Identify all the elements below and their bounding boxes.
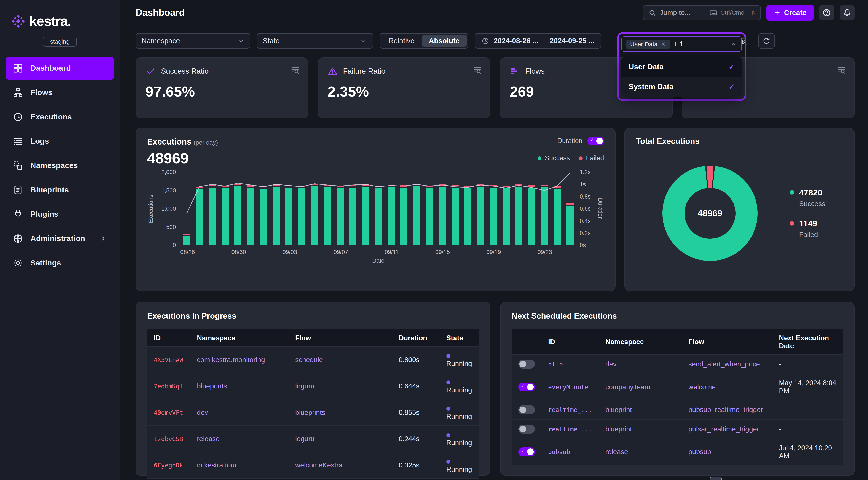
namespace-link[interactable]: dev bbox=[197, 409, 208, 416]
column-header: Duration bbox=[392, 329, 440, 347]
selected-filter-tag[interactable]: User Data ✕ bbox=[626, 39, 670, 49]
trigger-enabled-toggle[interactable] bbox=[518, 383, 535, 391]
success-label: Success bbox=[799, 200, 825, 207]
flow-link[interactable]: welcomeKestra bbox=[295, 461, 343, 469]
sidebar-item-settings[interactable]: Settings bbox=[6, 251, 114, 275]
page-button[interactable]: 5 bbox=[770, 477, 781, 480]
table-search-icon[interactable] bbox=[291, 66, 300, 74]
execution-id-link[interactable]: 40emvVFt bbox=[154, 409, 183, 416]
trigger-id-link[interactable]: realtime_... bbox=[548, 406, 592, 413]
flow-link[interactable]: loguru bbox=[295, 435, 314, 443]
sidebar-item-dashboard[interactable]: Dashboard bbox=[6, 57, 114, 80]
absolute-tab[interactable]: Absolute bbox=[422, 35, 467, 47]
page-button[interactable]: 6 bbox=[784, 477, 797, 480]
namespace-link[interactable]: dev bbox=[606, 360, 617, 368]
sidebar-item-administration[interactable]: Administration bbox=[6, 227, 114, 250]
flow-link[interactable]: loguru bbox=[295, 382, 314, 390]
namespace-link[interactable]: company.team bbox=[606, 383, 650, 391]
failed-label: Failed bbox=[799, 231, 818, 238]
flow-link[interactable]: welcome bbox=[688, 383, 716, 391]
data-filter-option[interactable]: System Data✓ bbox=[621, 77, 742, 97]
flow-link[interactable]: schedule bbox=[295, 356, 323, 363]
bar bbox=[461, 172, 474, 245]
relative-tab[interactable]: Relative bbox=[381, 35, 422, 47]
page-button[interactable]: 3 bbox=[740, 477, 752, 480]
execution-id-link[interactable]: 7edbmKqf bbox=[154, 383, 183, 390]
bar bbox=[321, 172, 334, 245]
plugins-icon bbox=[13, 209, 23, 220]
duration-toggle-label: Duration bbox=[557, 137, 583, 145]
table-search-icon[interactable] bbox=[837, 66, 846, 74]
trigger-row: realtime_...blueprintpubsub_realtime_tri… bbox=[512, 400, 843, 419]
remove-tag-icon[interactable]: ✕ bbox=[661, 41, 666, 48]
sidebar-item-blueprints[interactable]: Blueprints bbox=[6, 178, 114, 201]
page-button[interactable]: 4 bbox=[754, 477, 767, 480]
namespace-filter-select[interactable]: Namespace bbox=[135, 33, 250, 49]
date-start: 2024-08-26 ... bbox=[494, 37, 538, 45]
flow-link[interactable]: send_alert_when_price... bbox=[688, 360, 766, 368]
check-icon bbox=[146, 66, 155, 76]
flow-link[interactable]: pubsub_realtime_trigger bbox=[688, 406, 763, 413]
sidebar-item-flows[interactable]: Flows bbox=[6, 81, 114, 104]
donut-legend: 47820Success 1149Failed bbox=[790, 187, 825, 239]
trigger-enabled-toggle[interactable] bbox=[518, 425, 535, 434]
trigger-enabled-toggle[interactable] bbox=[518, 405, 535, 414]
bar bbox=[385, 172, 398, 245]
namespaces-icon bbox=[13, 160, 23, 171]
donut-center-value: 48969 bbox=[662, 166, 757, 261]
trigger-id-link[interactable]: http bbox=[548, 361, 563, 368]
bar bbox=[551, 172, 563, 245]
trigger-id-link[interactable]: pubsub bbox=[548, 448, 570, 456]
create-button[interactable]: Create bbox=[767, 5, 814, 21]
execution-id-link[interactable]: 6FyeghDk bbox=[154, 462, 183, 469]
sidebar-item-namespaces[interactable]: Namespaces bbox=[6, 154, 114, 178]
trigger-enabled-toggle[interactable] bbox=[518, 360, 535, 369]
execution-row: 1zobvCSBreleaseloguru0.244sRunning bbox=[147, 425, 479, 452]
state-filter-select[interactable]: State bbox=[257, 33, 373, 49]
namespace-link[interactable]: blueprint bbox=[606, 425, 632, 433]
flow-link[interactable]: blueprints bbox=[295, 409, 325, 416]
execution-id-link[interactable]: 4X5VLnAW bbox=[154, 356, 183, 363]
running-state-dot bbox=[446, 460, 450, 463]
bar bbox=[449, 172, 461, 245]
flow-link[interactable]: pulsar_realtime_trigger bbox=[688, 425, 759, 433]
help-button[interactable] bbox=[819, 5, 834, 20]
bar bbox=[500, 172, 513, 245]
trigger-id-link[interactable]: everyMinute bbox=[548, 384, 588, 391]
flow-link[interactable]: pubsub bbox=[688, 448, 711, 456]
namespace-link[interactable]: blueprints bbox=[197, 382, 227, 390]
trigger-enabled-toggle[interactable] bbox=[518, 447, 535, 456]
namespace-link[interactable]: io.kestra.tour bbox=[197, 461, 237, 469]
data-filter-option[interactable]: User Data✓ bbox=[621, 57, 742, 77]
trigger-row: pubsubreleasepubsubJul 4, 2024 10:29 AM bbox=[512, 439, 843, 465]
time-mode-segmented: Relative Absolute bbox=[380, 33, 468, 49]
chevron-down-icon bbox=[237, 37, 244, 44]
page-button[interactable]: 1 bbox=[710, 477, 722, 480]
namespace-link[interactable]: blueprint bbox=[606, 406, 632, 413]
executions-panel-title: Executions bbox=[147, 137, 191, 146]
global-search[interactable]: Jump to... Ctrl/Cmd + K bbox=[643, 5, 761, 20]
refresh-button[interactable] bbox=[758, 33, 775, 49]
divider bbox=[705, 9, 706, 16]
chevron-down-icon bbox=[360, 37, 367, 44]
date-range-picker[interactable]: 2024-08-26 ... - 2024-09-25 ... bbox=[475, 33, 601, 49]
kestra-logo-icon bbox=[11, 14, 26, 29]
duration-toggle[interactable] bbox=[587, 136, 604, 146]
sidebar-item-plugins[interactable]: Plugins bbox=[6, 203, 114, 226]
legend-item-success: 47820Success bbox=[790, 187, 825, 208]
sidebar-item-executions[interactable]: Executions bbox=[6, 105, 114, 129]
sidebar-item-logs[interactable]: Logs bbox=[6, 130, 114, 153]
trigger-id-link[interactable]: realtime_... bbox=[548, 426, 592, 433]
notifications-button[interactable] bbox=[840, 5, 855, 20]
namespace-link[interactable]: release bbox=[197, 435, 220, 443]
executions-xticks: 08/2608/3009/0309/0709/1109/1509/1909/23 bbox=[180, 248, 576, 256]
selected-filter-tag-label: User Data bbox=[630, 41, 658, 48]
y-axis-title-left: Executions bbox=[147, 172, 155, 245]
namespace-link[interactable]: com.kestra.monitoring bbox=[197, 356, 265, 363]
namespace-link[interactable]: release bbox=[606, 448, 628, 456]
table-search-icon[interactable] bbox=[473, 66, 482, 74]
execution-id-link[interactable]: 1zobvCSB bbox=[154, 436, 183, 443]
page-button[interactable]: 2 bbox=[725, 477, 737, 480]
data-filter-control[interactable]: User Data ✕ + 1 bbox=[621, 36, 742, 52]
duration-value: 0.244s bbox=[392, 425, 440, 452]
